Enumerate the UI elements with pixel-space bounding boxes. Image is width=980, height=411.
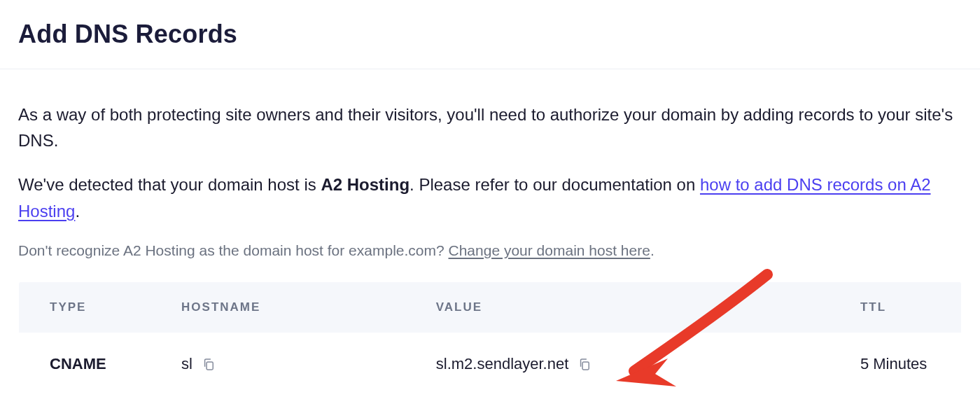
- detected-suffix: .: [75, 202, 80, 221]
- cell-hostname: sl: [150, 333, 405, 396]
- copy-hostname-button[interactable]: [201, 356, 216, 372]
- not-recognize-text: Don't recognize A2 Hosting as the domain…: [18, 242, 449, 258]
- detected-prefix: We've detected that your domain host is: [18, 175, 321, 194]
- cell-type: CNAME: [19, 333, 151, 396]
- dns-records-table: TYPE HOSTNAME VALUE TTL CNAME sl: [18, 281, 962, 396]
- detected-paragraph: We've detected that your domain host is …: [18, 172, 962, 223]
- col-value: VALUE: [405, 281, 830, 333]
- not-recognize-suffix: .: [650, 242, 654, 258]
- col-ttl: TTL: [830, 281, 962, 333]
- col-type: TYPE: [19, 281, 151, 333]
- cell-ttl: 5 Minutes: [830, 333, 962, 396]
- svg-rect-0: [206, 362, 213, 370]
- value-value: sl.m2.sendlayer.net: [436, 355, 569, 373]
- svg-rect-1: [582, 362, 589, 370]
- table-row: CNAME sl: [19, 333, 962, 396]
- col-hostname: HOSTNAME: [150, 281, 405, 333]
- not-recognize-paragraph: Don't recognize A2 Hosting as the domain…: [18, 242, 962, 259]
- page-title: Add DNS Records: [18, 20, 962, 49]
- change-host-link[interactable]: Change your domain host here: [449, 242, 650, 258]
- cell-value: sl.m2.sendlayer.net: [405, 333, 830, 396]
- detected-host: A2 Hosting: [321, 175, 410, 194]
- hostname-value: sl: [181, 355, 192, 373]
- table-header-row: TYPE HOSTNAME VALUE TTL: [19, 281, 962, 333]
- detected-middle: . Please refer to our documentation on: [410, 175, 700, 194]
- intro-paragraph: As a way of both protecting site owners …: [18, 102, 962, 153]
- copy-icon: [578, 357, 592, 371]
- copy-value-button[interactable]: [577, 356, 592, 372]
- divider: [0, 69, 980, 69]
- copy-icon: [202, 357, 216, 371]
